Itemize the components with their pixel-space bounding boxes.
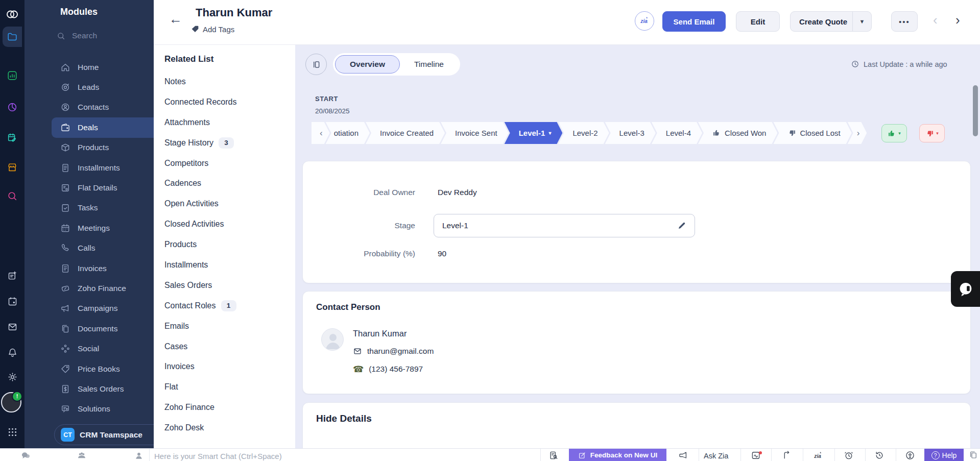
stage-invoice-created[interactable]: Invoice Created [366, 122, 445, 144]
edit-button[interactable]: Edit [736, 11, 780, 32]
back-button[interactable]: ← [169, 11, 182, 27]
reminder-alarm-icon[interactable] [838, 450, 860, 460]
create-quote-button[interactable]: Create Quote ▼ [790, 11, 872, 32]
collapse-panel-button[interactable] [305, 54, 327, 75]
zia-icon[interactable]: zia [635, 11, 654, 31]
chats-button[interactable]: Chats [15, 451, 36, 461]
related-item-flat[interactable]: Flat [154, 377, 295, 397]
modules-folder-icon[interactable] [0, 27, 25, 47]
create-quote-dropdown[interactable]: ▼ [852, 12, 871, 31]
sidebar-item-label: Calls [78, 244, 95, 253]
related-item-attachments[interactable]: Attachments [154, 112, 295, 133]
related-item-connected-records[interactable]: Connected Records [154, 92, 295, 112]
thumbs-up-icon [888, 129, 896, 138]
stage-scroll-left[interactable]: ‹ [312, 122, 330, 144]
smart-chat-placeholder[interactable]: Here is your Smart Chat (Ctrl+Space) [154, 452, 282, 460]
user-avatar[interactable]: ! [1, 392, 21, 413]
contact-email[interactable]: tharun@gmail.com [367, 347, 434, 356]
stage-invoice-sent[interactable]: Invoice Sent [441, 122, 509, 144]
channels-button[interactable]: Channels [71, 451, 92, 461]
svg-text:zia: zia [814, 453, 821, 459]
zoom-search-icon[interactable] [0, 186, 25, 206]
salesiq-chat-button[interactable] [951, 271, 980, 307]
more-actions-button[interactable]: ••• [891, 11, 918, 32]
feedback-new-ui-button[interactable]: Feedback on New UI [569, 449, 666, 461]
contact-name-link[interactable]: Tharun Kumar [353, 329, 407, 338]
recent-history-icon[interactable] [868, 450, 891, 460]
mail-icon[interactable] [0, 317, 25, 337]
stage-start-date: 20/08/2025 [315, 107, 350, 115]
related-item-emails[interactable]: Emails [154, 316, 295, 336]
zoho-logo-icon[interactable] [0, 4, 25, 25]
stage-path: ‹ otiation Invoice Created Invoice Sent … [312, 122, 867, 144]
field-value: 90 [438, 249, 446, 258]
mark-won-button[interactable]: ▾ [881, 124, 907, 142]
stage-closed-lost[interactable]: Closed Lost [773, 122, 851, 144]
search-input[interactable] [71, 31, 150, 41]
compose-note-icon[interactable] [0, 265, 25, 286]
sidebar-item-label: Solutions [78, 404, 110, 414]
notifications-bell-icon[interactable] [0, 342, 25, 362]
hide-details-toggle[interactable]: Hide Details [316, 413, 372, 424]
reports-pie-icon[interactable] [0, 97, 25, 117]
related-item-sales-orders[interactable]: Sales Orders [154, 275, 295, 296]
related-item-cadences[interactable]: Cadences [154, 173, 295, 193]
related-item-notes[interactable]: Notes [154, 71, 295, 92]
signals-icon[interactable] [745, 450, 767, 460]
chats-icon [20, 451, 31, 461]
marketplace-store-icon[interactable] [0, 157, 25, 178]
related-item-cases[interactable]: Cases [154, 336, 295, 357]
stage-select[interactable]: Level-1 [434, 214, 695, 237]
related-item-competitors[interactable]: Competitors [154, 153, 295, 174]
related-item-stage-history[interactable]: Stage History3 [154, 133, 295, 153]
stage-level-1-active[interactable]: Level-1▾ [505, 122, 563, 144]
analytics-chart-icon[interactable] [0, 65, 25, 86]
related-item-open-activities[interactable]: Open Activities [154, 193, 295, 214]
related-item-contact-roles[interactable]: Contact Roles1 [154, 296, 295, 316]
apps-grid-icon[interactable] [0, 422, 25, 442]
prev-record-button[interactable]: ‹ [933, 12, 938, 28]
record-title: Tharun Kumar [196, 6, 272, 19]
related-item-invoices[interactable]: Invoices [154, 356, 295, 377]
related-item-products[interactable]: Products [154, 234, 295, 255]
planner-calendar-icon[interactable] [0, 128, 25, 148]
copy-stack-icon[interactable] [962, 450, 980, 459]
contact-phone[interactable]: (123) 456-7897 [369, 365, 423, 374]
stage-closed-won[interactable]: Closed Won [698, 122, 777, 144]
related-item-zoho-finance[interactable]: Zoho Finance [154, 397, 295, 418]
vertical-scrollbar[interactable] [973, 85, 978, 136]
ask-zia-button[interactable]: Ask Zia [704, 452, 728, 460]
zia-toolbar-icon[interactable]: zia [807, 450, 829, 461]
help-button[interactable]: ? Help [924, 449, 964, 461]
sidebar-search[interactable] [56, 28, 169, 43]
add-tags-button[interactable]: Add Tags [190, 25, 234, 34]
mark-lost-button[interactable]: ▾ [919, 124, 945, 142]
announcements-icon[interactable] [672, 450, 695, 460]
blueprint-route-icon[interactable] [775, 450, 798, 460]
last-update-text: Last Update : a while ago [864, 60, 947, 68]
related-item-label: Connected Records [164, 98, 236, 107]
stage-negotiation[interactable]: otiation [326, 122, 370, 144]
tab-timeline[interactable]: Timeline [400, 55, 458, 74]
next-record-button[interactable]: › [955, 12, 960, 28]
tab-overview[interactable]: Overview [335, 55, 400, 74]
contact-phone-row[interactable]: ☎ (123) 456-7897 [353, 365, 423, 374]
contacts-button[interactable]: Contacts [129, 451, 149, 461]
invoices-doc-icon [60, 263, 70, 274]
stage-level-2[interactable]: Level-2 [558, 122, 609, 144]
related-item-closed-activities[interactable]: Closed Activities [154, 214, 295, 234]
terms-of-use-icon[interactable] [542, 450, 565, 460]
edit-pencil-icon[interactable] [677, 221, 686, 230]
send-email-button[interactable]: Send Email [662, 11, 726, 32]
accessibility-icon[interactable] [899, 450, 921, 460]
stage-level-3[interactable]: Level-3 [605, 122, 656, 144]
related-item-zoho-desk[interactable]: Zoho Desk [154, 418, 295, 438]
stage-level-4[interactable]: Level-4 [652, 122, 702, 144]
related-item-installments[interactable]: Installments [154, 255, 295, 275]
contact-email-row[interactable]: tharun@gmail.com [353, 347, 434, 356]
calendar-icon[interactable] [0, 291, 25, 311]
settings-gear-icon[interactable] [0, 367, 25, 387]
sidebar-item-label: Tasks [78, 203, 98, 212]
contact-person-title: Contact Person [316, 302, 380, 312]
question-icon: ? [931, 451, 940, 459]
